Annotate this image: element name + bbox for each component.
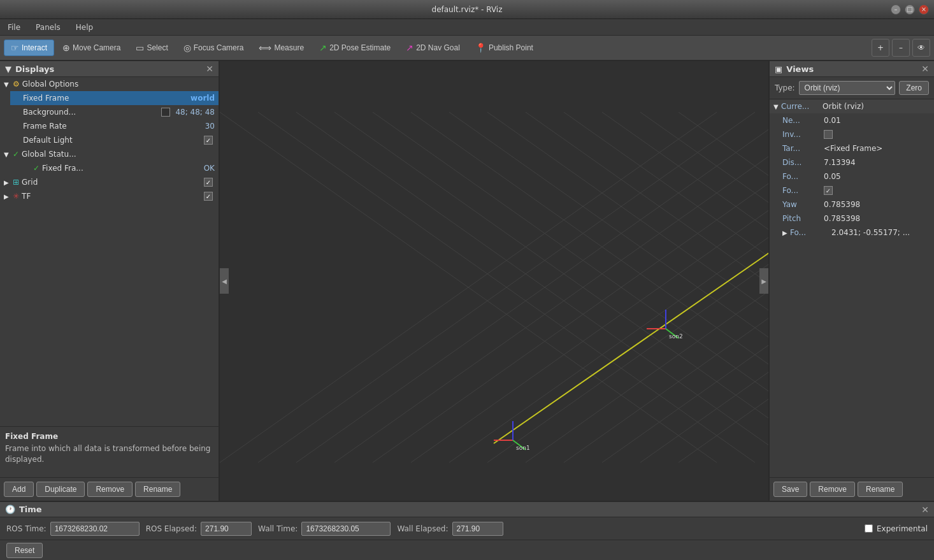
tree-item-background[interactable]: Background... 48; 48; 48 (10, 105, 219, 119)
displays-panel: ▼ Displays ✕ ▼ ⚙ Global Options Fixed Fr… (0, 61, 220, 501)
add-button[interactable]: Add (4, 482, 34, 497)
views-focal1[interactable]: Fo... 0.05 (770, 169, 934, 183)
tree-item-global-status[interactable]: ▼ ✓ Global Statu... (0, 147, 219, 161)
expand-tf-icon[interactable]: ▶ (4, 193, 11, 200)
background-swatch[interactable] (161, 108, 170, 117)
select-button[interactable]: ▭ Select (129, 39, 175, 56)
focal2-checkbox[interactable]: ✓ (824, 186, 833, 195)
views-focal2[interactable]: Fo... ✓ (770, 183, 934, 197)
focal3-expand[interactable]: ▶ (782, 229, 790, 236)
description-text: Frame into which all data is transformed… (5, 443, 213, 465)
measure-button[interactable]: ⟺ Measure (252, 39, 311, 56)
move-camera-icon: ⊕ (62, 43, 70, 53)
default-light-checkbox[interactable]: ✓ (202, 136, 215, 145)
time-content: ROS Time: ROS Elapsed: Wall Time: Wall E… (0, 517, 934, 540)
titlebar-controls: – □ × (891, 4, 929, 15)
menu-file[interactable]: File (3, 22, 25, 33)
menu-help[interactable]: Help (71, 22, 98, 33)
ros-time-group: ROS Time: (6, 522, 140, 536)
wall-time-input[interactable] (301, 522, 391, 536)
views-title: Views (786, 64, 814, 74)
2d-nav-button[interactable]: ↗ 2D Nav Goal (399, 39, 467, 56)
toolbar-right: + – 👁 (872, 39, 930, 57)
time-close-button[interactable]: ✕ (921, 505, 929, 515)
expand-global-options-icon[interactable]: ▼ (4, 81, 11, 88)
displays-close-button[interactable]: ✕ (206, 64, 213, 74)
fixed-fra-status-label: Fixed Fra... (42, 164, 201, 173)
maximize-button[interactable]: □ (905, 4, 915, 15)
focus-camera-icon: ◎ (183, 43, 191, 53)
focal3-value: 2.0431; -0.55177; ... (831, 228, 910, 237)
tree-item-global-options[interactable]: ▼ ⚙ Global Options (0, 77, 219, 91)
views-remove-button[interactable]: Remove (810, 482, 855, 497)
views-current-expand[interactable]: ▼ (773, 103, 781, 110)
global-options-icon: ⚙ (13, 80, 20, 89)
ros-elapsed-input[interactable] (201, 522, 252, 536)
views-invert[interactable]: Inv... (770, 127, 934, 141)
invert-checkbox[interactable] (824, 130, 833, 139)
views-focal3[interactable]: ▶ Fo... 2.0431; -0.55177; ... (770, 226, 934, 240)
views-buttons: Save Remove Rename (770, 477, 934, 501)
grid-label: Grid (22, 178, 202, 187)
views-current-section[interactable]: ▼ Curre... Orbit (rviz) (770, 99, 934, 113)
remove-display-button[interactable]: – (892, 39, 910, 57)
ros-elapsed-label: ROS Elapsed: (146, 524, 197, 533)
views-near-clip[interactable]: Ne... 0.01 (770, 113, 934, 127)
background-label: Background... (23, 108, 161, 117)
expand-global-status-icon[interactable]: ▼ (4, 151, 11, 158)
ros-time-input[interactable] (50, 522, 140, 536)
2d-pose-button[interactable]: ↗ 2D Pose Estimate (312, 39, 398, 56)
tree-item-frame-rate[interactable]: Frame Rate 30 (10, 119, 219, 133)
views-rename-button[interactable]: Rename (858, 482, 903, 497)
add-display-button[interactable]: + (872, 39, 889, 57)
views-panel-icon: ▣ (775, 64, 782, 74)
background-value: 48; 48; 48 (175, 108, 215, 117)
focus-camera-button[interactable]: ◎ Focus Camera (176, 39, 251, 56)
viewport-right-arrow[interactable]: ▶ (759, 268, 768, 294)
type-select[interactable]: Orbit (rviz) (799, 81, 896, 95)
duplicate-button[interactable]: Duplicate (36, 482, 85, 497)
tree-item-fixed-frame[interactable]: Fixed Frame world (10, 91, 219, 105)
ros-time-label: ROS Time: (6, 524, 47, 533)
time-section-icon: 🕐 (5, 505, 15, 514)
pitch-value: 0.785398 (824, 214, 860, 223)
views-save-button[interactable]: Save (773, 482, 807, 497)
menu-panels[interactable]: Panels (31, 22, 66, 33)
zero-button[interactable]: Zero (899, 81, 929, 95)
publish-point-button[interactable]: 📍 Publish Point (468, 39, 540, 56)
near-clip-value: 0.01 (824, 116, 841, 125)
views-yaw[interactable]: Yaw 0.785398 (770, 197, 934, 212)
viewport-left-arrow[interactable]: ◀ (220, 268, 229, 294)
focal1-label: Fo... (782, 172, 824, 181)
toggle-button[interactable]: 👁 (912, 39, 930, 57)
tree-item-tf[interactable]: ▶ ✳ TF ✓ (0, 189, 219, 203)
remove-button[interactable]: Remove (87, 482, 133, 497)
reset-button[interactable]: Reset (6, 543, 43, 558)
tree-item-grid[interactable]: ▶ ⊞ Grid ✓ (0, 175, 219, 189)
tree-item-default-light[interactable]: Default Light ✓ (10, 133, 219, 147)
tree-item-fixed-fra-status[interactable]: ✓ Fixed Fra... OK (20, 161, 219, 175)
close-button[interactable]: × (919, 4, 929, 15)
time-header: 🕐 Time ✕ (0, 502, 934, 517)
views-current-value: Orbit (rviz) (823, 102, 864, 111)
description-box: Fixed Frame Frame into which all data is… (0, 426, 219, 477)
move-camera-button[interactable]: ⊕ Move Camera (55, 39, 127, 56)
description-title: Fixed Frame (5, 432, 213, 441)
frame-rate-value: 30 (205, 122, 215, 131)
interact-button[interactable]: ☞ Interact (4, 39, 54, 56)
grid-checkbox[interactable]: ✓ (202, 178, 215, 187)
views-distance[interactable]: Dis... 7.13394 (770, 155, 934, 169)
wall-elapsed-input[interactable] (452, 522, 503, 536)
views-target[interactable]: Tar... <Fixed Frame> (770, 141, 934, 155)
expand-grid-icon[interactable]: ▶ (4, 179, 11, 186)
time-title: Time (19, 505, 42, 514)
experimental-checkbox[interactable] (865, 524, 873, 533)
rename-button[interactable]: Rename (135, 482, 180, 497)
displays-tree: ▼ ⚙ Global Options Fixed Frame world Bac… (0, 77, 219, 426)
minimize-button[interactable]: – (891, 4, 901, 15)
publish-point-icon: 📍 (475, 43, 486, 53)
views-close-button[interactable]: ✕ (921, 64, 929, 74)
tf-checkbox[interactable]: ✓ (202, 192, 215, 201)
viewport[interactable]: son1 son2 son3 ◀ ▶ (220, 61, 768, 501)
views-pitch[interactable]: Pitch 0.785398 (770, 212, 934, 226)
